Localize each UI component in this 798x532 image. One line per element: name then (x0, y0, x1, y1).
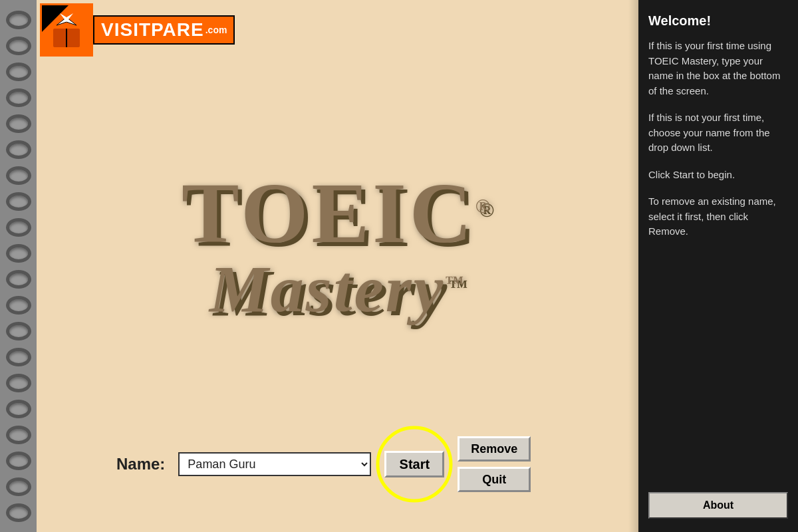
spiral-ring (6, 244, 31, 263)
spiral-ring (6, 296, 31, 315)
welcome-title: Welcome! (648, 13, 788, 29)
spiral-ring (6, 400, 31, 418)
spiral-binding (0, 0, 37, 532)
spiral-ring (6, 452, 31, 470)
spiral-ring (6, 348, 31, 366)
spiral-ring (6, 140, 31, 159)
logo: VISITPARE.com (40, 3, 235, 57)
instructions-para-3: Click Start to begin. (648, 168, 788, 183)
logo-text: VISITPARE (101, 19, 204, 41)
about-button[interactable]: About (648, 492, 788, 519)
instructions-para-2: If this is not your first time, choose y… (648, 110, 788, 156)
name-dropdown[interactable]: Paman Guru (178, 452, 371, 476)
spiral-ring (6, 11, 31, 29)
page-edge-shadow (628, 0, 638, 532)
mastery-word: Mastery (209, 252, 445, 326)
spiral-ring (6, 477, 31, 496)
spiral-ring (6, 503, 31, 522)
tm-mark: ™ (445, 272, 466, 293)
spiral-ring (6, 374, 31, 392)
right-panel: Welcome! If this is your first time usin… (638, 0, 798, 532)
right-buttons: Remove Quit (458, 436, 531, 492)
spiral-ring (6, 114, 31, 133)
spiral-ring (6, 166, 31, 185)
registered-mark: ® (475, 195, 493, 217)
toeic-title: TOEIC® (182, 170, 493, 256)
name-label: Name: (116, 455, 165, 473)
start-button[interactable]: Start (384, 451, 444, 477)
mastery-title: Mastery™ (209, 256, 466, 323)
toeic-word: TOEIC (182, 165, 475, 261)
spiral-ring (6, 426, 31, 444)
spiral-ring (6, 192, 31, 211)
instructions-para-4: To remove an existing name, select it fi… (648, 194, 788, 239)
spiral-ring (6, 270, 31, 289)
quit-button[interactable]: Quit (458, 467, 531, 492)
start-button-wrapper: Start (384, 451, 444, 477)
title-area: TOEIC® Mastery™ (182, 170, 493, 323)
spiral-ring (6, 322, 31, 340)
spiral-ring (6, 63, 31, 81)
main-area: VISITPARE.com TOEIC® Mastery™ Name: Pama… (0, 0, 638, 532)
logo-text-box: VISITPARE.com (93, 15, 235, 45)
spiral-ring (6, 88, 31, 107)
logo-dot-com: .com (205, 25, 227, 35)
logo-bird-icon (50, 12, 83, 49)
spiral-ring (6, 218, 31, 237)
logo-icon (40, 3, 93, 57)
spiral-ring (6, 37, 31, 55)
right-panel-inner: Welcome! If this is your first time usin… (648, 13, 788, 519)
instructions-para-1: If this is your first time using TOEIC M… (648, 39, 788, 98)
form-area: Name: Paman Guru Start Remove Quit (37, 436, 638, 492)
remove-button[interactable]: Remove (458, 436, 531, 462)
